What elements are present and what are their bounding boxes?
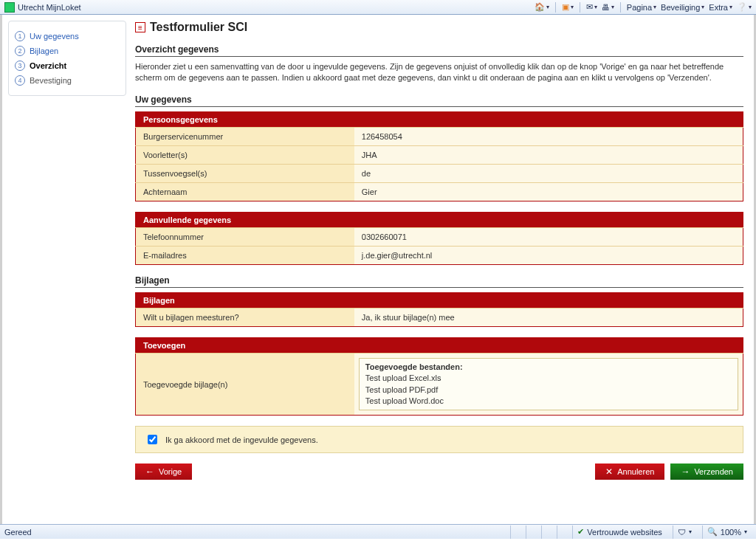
cell-key: Telefoonnummer	[136, 227, 354, 246]
agree-label: Ik ga akkoord met de ingevulde gegevens.	[165, 435, 318, 444]
status-text: Gereed	[4, 528, 32, 537]
table-title: Bijlagen	[136, 292, 743, 308]
sidebar-steps: 1 Uw gegevens 2 Bijlagen 3 Overzicht 4 B…	[8, 21, 126, 96]
menu-page-label: Pagina	[627, 3, 652, 12]
file-item: Test upload PDF.pdf	[365, 385, 732, 396]
table-row: Toegevoegde bijlage(n) Toegevoegde besta…	[136, 353, 743, 416]
sidebar-item-bijlagen[interactable]: 2 Bijlagen	[15, 44, 120, 58]
cell-key: Achternaam	[136, 182, 354, 201]
page-title-text: Testformulier SCI	[150, 21, 247, 34]
table-row: E-mailadres j.de.gier@utrecht.nl	[136, 246, 743, 264]
files-title: Toegevoegde bestanden:	[365, 362, 732, 373]
menu-extra-label: Extra	[709, 3, 728, 12]
print-icon[interactable]: 🖶▾	[602, 3, 614, 12]
table-row: Achternaam Gier	[136, 182, 743, 201]
cell-key: Tussenvoegsel(s)	[136, 164, 354, 182]
step-number-icon: 1	[15, 31, 25, 41]
section-bijlagen-header: Bijlagen	[135, 275, 743, 288]
protected-mode-icon[interactable]: 🛡▾	[673, 526, 696, 539]
main-content: ≡ Testformulier SCI Overzicht gegevens H…	[135, 21, 748, 518]
table-title: Persoonsgegevens	[136, 111, 743, 127]
form-icon: ≡	[135, 22, 145, 32]
cell-val: Gier	[354, 182, 743, 201]
arrow-left-icon: ←	[145, 467, 154, 476]
cell-val: 126458054	[354, 127, 743, 145]
trusted-sites[interactable]: ✔ Vertrouwde websites	[572, 526, 667, 539]
cell-val: j.de.gier@utrecht.nl	[354, 246, 743, 264]
submit-button-label: Verzenden	[694, 467, 733, 476]
arrow-right-icon: →	[681, 467, 690, 476]
table-row: Voorletter(s) JHA	[136, 145, 743, 164]
statusbar: Gereed ✔ Vertrouwde websites 🛡▾ 🔍 100% ▾	[0, 524, 756, 539]
mail-icon[interactable]: ✉▾	[586, 2, 597, 12]
sidebar-item-label: Bijlagen	[30, 46, 58, 55]
trusted-label: Vertrouwde websites	[587, 528, 662, 537]
favicon-icon	[4, 2, 15, 13]
cell-val: JHA	[354, 145, 743, 164]
cell-key: Burgerservicenummer	[136, 127, 354, 145]
cell-key: E-mailadres	[136, 246, 354, 264]
step-number-icon: 4	[15, 75, 25, 86]
section-overview-header: Overzicht gegevens	[135, 44, 743, 57]
cell-val: 0302660071	[354, 227, 743, 246]
table-row: Tussenvoegsel(s) de	[136, 164, 743, 182]
cell-val: Ja, ik stuur bijlage(n) mee	[354, 308, 743, 326]
page-title: ≡ Testformulier SCI	[135, 21, 743, 34]
table-toevoegen: Toevoegen Toegevoegde bijlage(n) Toegevo…	[135, 337, 743, 416]
button-row: ← Vorige ✕ Annuleren → Verzenden	[135, 464, 743, 480]
table-title: Aanvullende gegevens	[136, 212, 743, 227]
file-item: Test upload Excel.xls	[365, 373, 732, 384]
home-icon[interactable]: 🏠▾	[535, 2, 549, 12]
sidebar-item-bevestiging: 4 Bevestiging	[15, 73, 120, 88]
cancel-button-label: Annuleren	[617, 467, 654, 476]
files-box: Toegevoegde bestanden: Test upload Excel…	[359, 358, 738, 411]
prev-button-label: Vorige	[159, 467, 182, 476]
table-persoonsgegevens: Persoonsgegevens Burgerservicenummer 126…	[135, 111, 743, 201]
cell-val: Toegevoegde bestanden: Test upload Excel…	[354, 353, 743, 416]
menu-security[interactable]: Beveiliging▾	[661, 3, 704, 12]
sidebar-item-label: Bevestiging	[30, 76, 72, 85]
browser-toolbar: Utrecht MijnLoket 🏠▾ ▣▾ ✉▾ 🖶▾ Pagina▾ Be…	[0, 0, 756, 15]
cell-val: de	[354, 164, 743, 182]
cancel-button[interactable]: ✕ Annuleren	[595, 464, 664, 480]
help-icon[interactable]: ❔▾	[737, 2, 752, 12]
table-title: Toevoegen	[136, 337, 743, 353]
menu-security-label: Beveiliging	[661, 3, 700, 12]
prev-button[interactable]: ← Vorige	[135, 464, 192, 480]
zoom-value: 100%	[721, 528, 741, 537]
agree-checkbox[interactable]	[148, 435, 157, 444]
sidebar-item-label: Uw gegevens	[30, 32, 79, 41]
close-icon: ✕	[605, 467, 613, 476]
content-area: 1 Uw gegevens 2 Bijlagen 3 Overzicht 4 B…	[0, 15, 756, 524]
sidebar-item-uw-gegevens[interactable]: 1 Uw gegevens	[15, 29, 120, 44]
zoom-control[interactable]: 🔍 100% ▾	[702, 526, 752, 539]
cell-key: Voorletter(s)	[136, 145, 354, 164]
cell-key: Wilt u bijlagen meesturen?	[136, 308, 354, 326]
sidebar-item-overzicht[interactable]: 3 Overzicht	[15, 58, 120, 73]
tab-title: Utrecht MijnLoket	[18, 3, 81, 12]
sidebar-item-label: Overzicht	[30, 61, 66, 70]
agree-box: Ik ga akkoord met de ingevulde gegevens.	[135, 426, 743, 453]
file-item: Test upload Word.doc	[365, 396, 732, 407]
shield-icon: ✔	[577, 527, 584, 537]
menu-extra[interactable]: Extra▾	[709, 3, 732, 12]
section-uwgegevens-header: Uw gegevens	[135, 94, 743, 107]
table-row: Wilt u bijlagen meesturen? Ja, ik stuur …	[136, 308, 743, 326]
step-number-icon: 3	[15, 61, 25, 71]
table-row: Telefoonnummer 0302660071	[136, 227, 743, 246]
table-aanvullende: Aanvullende gegevens Telefoonnummer 0302…	[135, 212, 743, 265]
step-number-icon: 2	[15, 46, 25, 56]
rss-icon[interactable]: ▣▾	[562, 2, 574, 12]
submit-button[interactable]: → Verzenden	[670, 464, 743, 480]
cell-key: Toegevoegde bijlage(n)	[136, 353, 354, 416]
menu-page[interactable]: Pagina▾	[627, 3, 656, 12]
intro-text: Hieronder ziet u een samenvatting van de…	[135, 61, 743, 84]
table-row: Burgerservicenummer 126458054	[136, 127, 743, 145]
table-bijlagen: Bijlagen Wilt u bijlagen meesturen? Ja, …	[135, 292, 743, 327]
